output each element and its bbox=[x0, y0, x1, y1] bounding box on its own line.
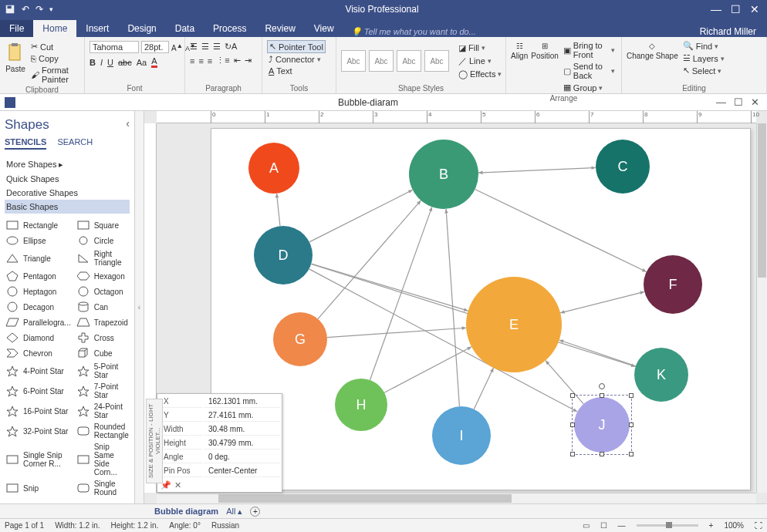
font-size-select[interactable]: 28pt. bbox=[141, 41, 169, 53]
bubble-B[interactable]: B bbox=[409, 140, 478, 209]
connector-tool-button[interactable]: ⤴Connector bbox=[267, 54, 323, 65]
tab-design[interactable]: Design bbox=[118, 20, 165, 37]
resize-handle[interactable] bbox=[600, 452, 604, 456]
style-preset-2[interactable]: Abc bbox=[369, 50, 394, 72]
indent-more-icon[interactable]: ⇥ bbox=[245, 56, 252, 66]
shape-stencil-item[interactable]: 16-Point Star bbox=[5, 402, 71, 420]
shape-stencil-item[interactable]: Pentagon bbox=[5, 269, 71, 283]
undo-icon[interactable]: ↶ bbox=[22, 4, 29, 15]
shape-stencil-item[interactable]: 7-Point Star bbox=[76, 382, 130, 400]
shape-stencil-item[interactable]: Circle bbox=[76, 234, 130, 247]
horizontal-scrollbar[interactable] bbox=[157, 493, 756, 503]
minimize-icon[interactable]: — bbox=[711, 3, 721, 15]
font-color-button[interactable]: A bbox=[151, 56, 157, 68]
shapes-category[interactable]: Decorative Shapes bbox=[5, 186, 130, 200]
bubble-K[interactable]: K bbox=[634, 348, 688, 402]
doc-minimize-icon[interactable]: — bbox=[716, 96, 726, 108]
sp-close-icon[interactable]: ✕ bbox=[174, 480, 181, 490]
zoom-value[interactable]: 100% bbox=[724, 521, 744, 530]
close-icon[interactable]: ✕ bbox=[750, 3, 759, 15]
strike-button[interactable]: abc bbox=[118, 58, 132, 67]
shape-stencil-item[interactable]: Chevron bbox=[5, 346, 71, 360]
find-button[interactable]: 🔍Find bbox=[681, 40, 726, 52]
bring-to-front-button[interactable]: ▣Bring to Front bbox=[562, 40, 617, 60]
shape-stencil-item[interactable]: 4-Point Star bbox=[5, 362, 71, 380]
sp-value[interactable]: 30.4799 mm. bbox=[204, 437, 280, 450]
effects-button[interactable]: ◯Effects bbox=[457, 69, 503, 80]
bubble-E[interactable]: E bbox=[466, 277, 562, 372]
page-tab-all[interactable]: All ▴ bbox=[226, 507, 242, 517]
shape-stencil-item[interactable]: Decagon bbox=[5, 300, 71, 314]
bubble-A[interactable]: A bbox=[248, 143, 299, 194]
shape-stencil-item[interactable]: Single Snip Corner R... bbox=[5, 442, 71, 477]
fill-button[interactable]: ◪Fill bbox=[457, 42, 503, 54]
shape-stencil-item[interactable]: Cube bbox=[76, 346, 130, 360]
doc-maximize-icon[interactable]: ☐ bbox=[734, 96, 743, 108]
shape-stencil-item[interactable]: Single Round bbox=[76, 479, 130, 497]
bubble-F[interactable]: F bbox=[644, 255, 702, 314]
copy-button[interactable]: ⎘Copy bbox=[29, 53, 79, 64]
layers-button[interactable]: ☱Layers bbox=[681, 52, 726, 64]
tab-data[interactable]: Data bbox=[166, 20, 204, 37]
tab-home[interactable]: Home bbox=[33, 20, 76, 37]
underline-button[interactable]: U bbox=[107, 58, 113, 67]
shape-stencil-item[interactable]: Octagon bbox=[76, 285, 130, 298]
resize-handle[interactable] bbox=[629, 393, 634, 398]
drawing-canvas[interactable]: ABCDEFGHIJK SIZE & POSITION - LIGHT VIOL… bbox=[157, 123, 756, 493]
view-presentation-icon[interactable]: ▭ bbox=[583, 521, 590, 530]
shape-stencil-item[interactable]: 24-Point Star bbox=[76, 402, 130, 420]
position-button[interactable]: ⊞Position bbox=[531, 39, 559, 60]
tab-insert[interactable]: Insert bbox=[76, 20, 118, 37]
shapes-category[interactable]: Quick Shapes bbox=[5, 172, 130, 186]
tab-view[interactable]: View bbox=[305, 20, 343, 37]
resize-handle[interactable] bbox=[570, 393, 575, 398]
resize-handle[interactable] bbox=[629, 452, 634, 456]
resize-handle[interactable] bbox=[570, 423, 575, 427]
zoom-out-button[interactable]: — bbox=[618, 521, 626, 530]
shape-stencil-item[interactable]: Can bbox=[76, 300, 130, 314]
tell-me-search[interactable]: 💡 Tell me what you want to do... bbox=[343, 27, 700, 37]
shape-stencil-item[interactable]: Rounded Rectangle bbox=[76, 422, 130, 440]
shapes-tab-search[interactable]: SEARCH bbox=[57, 137, 93, 150]
align-left-icon[interactable]: ≡ bbox=[190, 56, 194, 66]
shape-stencil-item[interactable]: Ellipse bbox=[5, 234, 71, 247]
italic-button[interactable]: I bbox=[100, 58, 103, 67]
style-preset-1[interactable]: Abc bbox=[341, 50, 366, 72]
tab-process[interactable]: Process bbox=[204, 20, 255, 37]
grow-font-icon[interactable]: A▲ bbox=[171, 42, 183, 52]
align-middle-icon[interactable]: ☰ bbox=[201, 42, 209, 52]
shape-stencil-item[interactable]: Right Triangle bbox=[76, 249, 130, 268]
shape-stencil-item[interactable]: Parallelogra... bbox=[5, 315, 71, 329]
shapes-category[interactable]: More Shapes ▸ bbox=[5, 157, 130, 172]
pointer-tool-button[interactable]: ↖Pointer Tool bbox=[267, 40, 326, 53]
status-language[interactable]: Russian bbox=[211, 521, 239, 530]
shape-stencil-item[interactable]: Trapezoid bbox=[76, 315, 130, 329]
sp-value[interactable]: 162.1301 mm. bbox=[204, 396, 280, 408]
text-tool-button[interactable]: AText bbox=[267, 66, 294, 76]
shapes-collapse-handle[interactable]: ‹ bbox=[135, 111, 144, 503]
bullets-icon[interactable]: ⋮≡ bbox=[216, 56, 229, 66]
resize-handle[interactable] bbox=[629, 423, 634, 427]
sp-value[interactable]: 30.48 mm. bbox=[204, 423, 280, 436]
sp-value[interactable]: 27.4161 mm. bbox=[204, 409, 280, 422]
paste-button[interactable]: Paste bbox=[5, 39, 26, 73]
shape-stencil-item[interactable]: Diamond bbox=[5, 331, 71, 345]
shape-stencil-item[interactable]: 32-Point Star bbox=[5, 422, 71, 440]
add-page-button[interactable]: + bbox=[250, 507, 260, 517]
view-normal-icon[interactable]: ☐ bbox=[600, 521, 607, 530]
tab-review[interactable]: Review bbox=[255, 20, 304, 37]
shape-stencil-item[interactable]: 5-Point Star bbox=[76, 362, 130, 380]
sp-value[interactable]: Center-Center bbox=[204, 465, 280, 477]
group-button[interactable]: ▦Group bbox=[562, 82, 617, 93]
bold-button[interactable]: B bbox=[90, 58, 96, 67]
align-right-icon[interactable]: ≡ bbox=[208, 56, 212, 66]
shapes-pane-close-icon[interactable]: ‹ bbox=[126, 117, 130, 130]
fit-to-window-icon[interactable]: ⛶ bbox=[755, 521, 762, 530]
bubble-H[interactable]: H bbox=[335, 379, 387, 431]
save-icon[interactable] bbox=[5, 4, 15, 15]
sp-value[interactable]: 0 deg. bbox=[204, 451, 280, 463]
redo-icon[interactable]: ↷ bbox=[35, 4, 43, 15]
selection-handles[interactable] bbox=[572, 395, 632, 455]
bubble-C[interactable]: C bbox=[596, 140, 650, 194]
align-top-icon[interactable]: ☰ bbox=[190, 42, 198, 52]
